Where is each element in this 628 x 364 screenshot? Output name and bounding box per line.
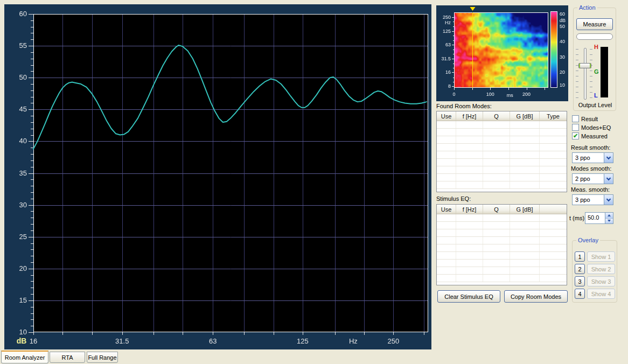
result-smooth-dropdown[interactable]: 3 ppo bbox=[572, 152, 613, 163]
table-row[interactable] bbox=[437, 222, 567, 229]
dropdown-arrow-button[interactable] bbox=[604, 174, 613, 184]
copy-room-modes-button[interactable]: Copy Room Modes bbox=[504, 290, 568, 303]
spinner-up-button[interactable] bbox=[605, 213, 613, 218]
spectrogram-chart[interactable] bbox=[436, 5, 568, 101]
meter-low-label: L bbox=[594, 92, 598, 99]
tab-room-analyzer[interactable]: Room Analyzer bbox=[1, 351, 48, 363]
table-row[interactable] bbox=[437, 252, 567, 260]
table-row[interactable] bbox=[437, 144, 567, 151]
output-level-slider[interactable] bbox=[584, 48, 587, 100]
time-window-label: t (ms) bbox=[569, 215, 584, 221]
measure-progress-bar bbox=[576, 33, 613, 40]
table-body bbox=[437, 214, 567, 282]
table-row[interactable] bbox=[437, 174, 567, 181]
stimulus-eq-label: Stimulus EQ: bbox=[436, 195, 471, 202]
tab-full-range[interactable]: Full Range bbox=[87, 352, 118, 363]
chevron-down-icon bbox=[606, 155, 611, 159]
overlay-groupbox: Overlay 1 Show 1 2 Show 2 3 Show 3 4 Sho… bbox=[572, 240, 617, 303]
found-room-modes-label: Found Room Modes: bbox=[436, 103, 492, 109]
check-icon: ✔ bbox=[573, 133, 578, 139]
overlay-4-button[interactable]: 4 bbox=[575, 289, 585, 299]
overlay-3-button[interactable]: 3 bbox=[575, 276, 585, 286]
table-row[interactable] bbox=[437, 136, 567, 144]
result-checkbox-label: Result bbox=[581, 116, 598, 122]
overlay-1-button[interactable]: 1 bbox=[575, 251, 585, 262]
output-level-meter bbox=[601, 47, 608, 97]
table-row[interactable] bbox=[437, 129, 567, 136]
meas-smooth-value: 3 ppo bbox=[573, 197, 604, 203]
result-checkbox[interactable] bbox=[572, 115, 579, 122]
measured-checkbox-row: ✔ Measured bbox=[572, 132, 608, 139]
show-1-button[interactable]: Show 1 bbox=[587, 251, 615, 262]
table-row[interactable] bbox=[437, 267, 567, 275]
result-smooth-label: Result smooth: bbox=[571, 144, 610, 151]
tab-bar: Room Analyzer RTA Full Range bbox=[1, 351, 163, 364]
action-group-title: Action bbox=[577, 4, 597, 11]
table-body bbox=[437, 121, 567, 189]
column-header-q[interactable]: Q bbox=[483, 111, 510, 121]
result-checkbox-row: Result bbox=[572, 115, 598, 122]
table-row[interactable] bbox=[437, 275, 567, 282]
output-level-label: Output Level bbox=[574, 102, 617, 108]
tab-rta[interactable]: RTA bbox=[50, 352, 85, 363]
time-window-spinner[interactable]: 50.0 bbox=[585, 212, 613, 224]
clear-stimulus-eq-button[interactable]: Clear Stimulus EQ bbox=[437, 290, 500, 303]
table-row[interactable] bbox=[437, 237, 567, 244]
column-header-freq[interactable]: f [Hz] bbox=[456, 111, 483, 121]
found-room-modes-table: Use f [Hz] Q G [dB] Type bbox=[436, 111, 567, 192]
table-row[interactable] bbox=[437, 229, 567, 237]
action-groupbox: Action Measure H G L Output Level bbox=[573, 8, 616, 111]
table-row[interactable] bbox=[437, 244, 567, 252]
table-row[interactable] bbox=[437, 214, 567, 222]
table-row[interactable] bbox=[437, 151, 567, 159]
slider-ticks-right bbox=[590, 49, 592, 99]
column-header-q[interactable]: Q bbox=[483, 205, 510, 214]
column-header-use[interactable]: Use bbox=[437, 205, 456, 214]
spinner-buttons bbox=[605, 213, 613, 223]
modes-smooth-label: Modes smooth: bbox=[571, 165, 611, 172]
column-header-use[interactable]: Use bbox=[437, 111, 456, 121]
show-4-button[interactable]: Show 4 bbox=[587, 289, 615, 299]
table-row[interactable] bbox=[437, 181, 567, 189]
table-row[interactable] bbox=[437, 166, 567, 174]
arrow-down-icon bbox=[608, 220, 611, 222]
frequency-response-panel bbox=[4, 4, 431, 349]
stimulus-eq-table: Use f [Hz] Q G [dB] bbox=[436, 204, 567, 285]
meter-high-label: H bbox=[594, 44, 598, 50]
arrow-up-icon bbox=[608, 214, 611, 216]
column-header-gain[interactable]: G [dB] bbox=[510, 111, 540, 121]
measure-button[interactable]: Measure bbox=[576, 18, 613, 30]
column-header-freq[interactable]: f [Hz] bbox=[456, 205, 483, 214]
table-header: Use f [Hz] Q G [dB] Type bbox=[437, 111, 567, 121]
overlay-group-title: Overlay bbox=[576, 237, 600, 243]
chevron-down-icon bbox=[606, 176, 611, 180]
modes-smooth-value: 2 ppo bbox=[573, 176, 604, 182]
meas-smooth-dropdown[interactable]: 3 ppo bbox=[572, 194, 613, 205]
measured-checkbox-label: Measured bbox=[581, 133, 608, 139]
dropdown-arrow-button[interactable] bbox=[604, 153, 613, 163]
measured-checkbox[interactable]: ✔ bbox=[572, 132, 579, 139]
frequency-response-chart bbox=[4, 4, 431, 349]
table-row[interactable] bbox=[437, 121, 567, 129]
table-row[interactable] bbox=[437, 260, 567, 267]
modes-eq-checkbox[interactable] bbox=[572, 124, 579, 131]
column-header-gain[interactable]: G [dB] bbox=[510, 205, 540, 214]
column-header-type[interactable]: Type bbox=[540, 111, 567, 121]
overlay-2-button[interactable]: 2 bbox=[575, 264, 585, 274]
show-2-button[interactable]: Show 2 bbox=[587, 264, 615, 274]
spectrogram-panel bbox=[436, 5, 568, 101]
modes-smooth-dropdown[interactable]: 2 ppo bbox=[572, 173, 613, 184]
show-3-button[interactable]: Show 3 bbox=[587, 276, 615, 286]
modes-eq-checkbox-label: Modes+EQ bbox=[581, 124, 611, 131]
modes-eq-checkbox-row: Modes+EQ bbox=[572, 124, 611, 131]
chevron-down-icon bbox=[606, 197, 611, 201]
time-window-value: 50.0 bbox=[585, 213, 605, 223]
meas-smooth-label: Meas. smooth: bbox=[571, 186, 610, 193]
table-row[interactable] bbox=[437, 159, 567, 166]
slider-ticks-left bbox=[576, 49, 578, 99]
column-header-blank[interactable] bbox=[540, 205, 567, 214]
table-header: Use f [Hz] Q G [dB] bbox=[437, 205, 567, 214]
spinner-down-button[interactable] bbox=[605, 218, 613, 224]
dropdown-arrow-button[interactable] bbox=[604, 195, 613, 205]
output-level-slider-thumb[interactable] bbox=[578, 63, 591, 68]
